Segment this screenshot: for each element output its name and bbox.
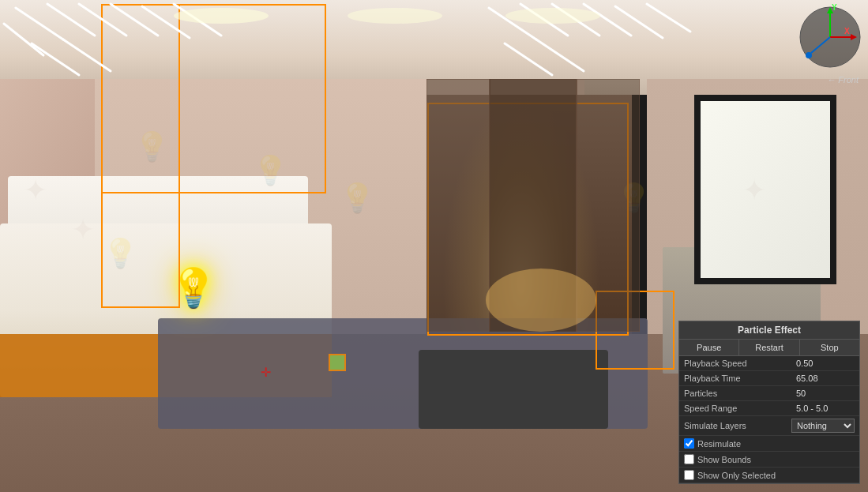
- wall-light-1: ✦: [24, 174, 47, 207]
- resimulate-label: Resimulate: [697, 439, 741, 449]
- resimulate-checkbox[interactable]: [684, 438, 694, 449]
- restart-button[interactable]: Restart: [739, 340, 799, 355]
- simulate-layers-label: Simulate Layers: [684, 421, 791, 430]
- 3d-viewport[interactable]: 💡 ✦ 💡 💡 💡 ✦ 💡 ✦ 💡: [0, 0, 868, 492]
- door-frame-svg: [426, 79, 640, 332]
- selection-box-5: [329, 354, 346, 371]
- svg-point-17: [174, 8, 269, 24]
- panel-buttons: Pause Restart Stop: [679, 340, 859, 356]
- stop-button[interactable]: Stop: [800, 340, 859, 355]
- navigation-gizmo[interactable]: X Y: [797, 4, 864, 71]
- pause-button[interactable]: Pause: [679, 340, 739, 355]
- simulate-layers-dropdown[interactable]: Nothing: [791, 419, 855, 433]
- view-label: ← Front: [827, 75, 859, 85]
- playback-time-row: Playback Time 65.08: [679, 371, 859, 386]
- panel-title: Particle Effect: [679, 321, 859, 340]
- transform-indicator: ✛: [261, 365, 271, 380]
- speed-range-value: 5.0 - 5.0: [791, 404, 855, 413]
- particles-label: Particles: [684, 389, 791, 398]
- wall-light-4: 💡: [340, 182, 375, 215]
- speed-range-row: Speed Range 5.0 - 5.0: [679, 401, 859, 416]
- svg-point-23: [486, 269, 596, 332]
- show-bounds-label: Show Bounds: [697, 455, 751, 464]
- playback-time-value: 65.08: [791, 374, 855, 383]
- svg-point-19: [505, 8, 600, 24]
- show-only-selected-row: Show Only Selected: [679, 468, 859, 483]
- svg-text:Y: Y: [832, 4, 837, 12]
- speed-range-label: Speed Range: [684, 404, 791, 413]
- svg-point-18: [348, 8, 442, 24]
- playback-speed-row: Playback Speed 0.50: [679, 356, 859, 371]
- svg-text:X: X: [844, 27, 850, 36]
- particles-row: Particles 50: [679, 386, 859, 401]
- playback-speed-value: 0.50: [791, 359, 855, 368]
- show-bounds-checkbox[interactable]: [684, 454, 694, 464]
- playback-time-label: Playback Time: [684, 374, 791, 383]
- wall-light-5: ✦: [71, 213, 95, 246]
- show-bounds-row: Show Bounds: [679, 452, 859, 468]
- wall-light-7: ✦: [742, 174, 766, 207]
- show-only-selected-label: Show Only Selected: [697, 471, 776, 480]
- simulate-layers-row: Simulate Layers Nothing: [679, 416, 859, 436]
- ottoman: [419, 350, 608, 429]
- show-only-selected-checkbox[interactable]: [684, 470, 694, 480]
- svg-rect-20: [426, 79, 490, 332]
- resimulate-row: Resimulate: [679, 436, 859, 452]
- particle-panel: Particle Effect Pause Restart Stop Playb…: [678, 321, 860, 484]
- particles-value: 50: [791, 389, 855, 398]
- playback-speed-label: Playback Speed: [684, 359, 791, 368]
- svg-point-30: [806, 52, 812, 58]
